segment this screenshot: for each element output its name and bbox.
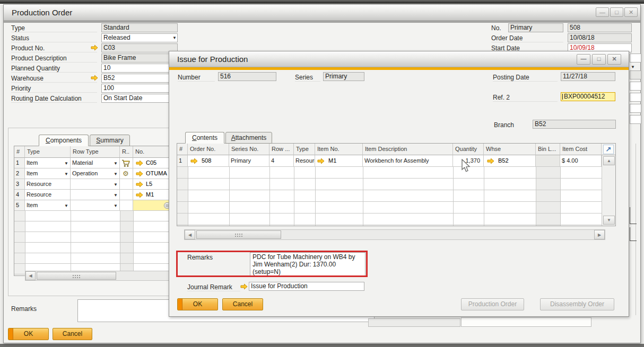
col-header[interactable]: Type [294,144,315,155]
col-header[interactable]: Series No. [229,144,269,155]
po-field-label: Routing Date Calculation [11,95,97,103]
background-window-edge [0,0,644,4]
text-caret [562,94,563,100]
screen: Production Order — □ ✕ Type Standard Sta… [0,0,644,347]
col-header[interactable]: R.. [120,146,133,158]
tab-summary[interactable]: Summary [90,135,130,146]
maximize-icon[interactable]: □ [610,7,623,17]
col-header[interactable]: Quantity [453,144,484,155]
posting-date-label: Posting Date [493,74,558,82]
po-edge-field-stub [630,93,641,102]
link-arrow-icon[interactable] [317,158,325,164]
ref2-value: BXP00004512 [564,93,605,100]
mouse-cursor [460,159,471,174]
row-type-cell[interactable] [71,200,120,211]
ref2-field[interactable]: BXP00004512 [561,92,615,101]
accent-bar [169,67,629,70]
scroll-down-icon[interactable]: ▼ [603,216,615,225]
close-icon[interactable]: ✕ [624,7,638,17]
po-field-label: Status [11,34,97,42]
po-remarks-label: Remarks [11,305,69,313]
expand-icon[interactable]: ↗ [603,145,614,154]
col-header[interactable]: # [177,144,188,155]
issue-for-production-dialog: Issue for Production — □ ✕ Number 516 Se… [169,51,629,317]
dialog-ok-button[interactable]: OK [177,298,218,310]
col-header[interactable]: # [14,146,25,158]
posting-date-field: 11/27/18 [561,72,615,81]
po-field-label: Product No. [11,45,97,52]
link-arrow-icon[interactable] [136,171,143,177]
link-arrow-icon[interactable] [91,45,98,51]
po-ok-button[interactable]: OK [8,328,49,340]
tab-components[interactable]: Components [39,135,89,146]
row-type-cell[interactable]: Material [71,158,120,168]
background-panel-stub [461,317,591,327]
table-empty-rows [177,167,602,226]
journal-remark-field[interactable]: Issue for Production [249,282,364,291]
maximize-icon[interactable]: □ [592,54,606,65]
scroll-left-icon[interactable]: ◀ [25,271,36,280]
col-header[interactable]: Item Description [363,144,453,155]
row-num: 3 [14,179,25,190]
tab-contents[interactable]: Contents [185,132,224,144]
po-planned-qty-field[interactable]: 10 [101,64,178,73]
po-no-label: No. [491,24,506,32]
col-header[interactable]: Item No. [315,144,363,155]
link-arrow-icon[interactable] [91,75,98,81]
row-type-cell[interactable] [71,190,120,200]
dialog-titlebar[interactable]: Issue for Production — □ ✕ [169,51,629,67]
minimize-icon[interactable]: — [596,7,609,17]
remarks-textarea[interactable]: PDC for Tube Machinery on WB4 by Jim Wen… [250,252,365,277]
po-warehouse-field[interactable]: B52 [101,74,178,83]
po-routing-field[interactable]: On Start Date [101,94,178,103]
col-header[interactable]: Row ... [269,144,294,155]
scrollbar-thumb[interactable] [37,272,116,280]
contents-hscrollbar[interactable]: ◀ ▶ [184,229,605,240]
po-product-no-field[interactable]: C03 [101,43,178,52]
link-arrow-icon[interactable] [136,160,143,166]
cart-icon [121,159,130,167]
close-icon[interactable]: ✕ [607,54,621,65]
po-priority-field[interactable]: 100 [101,84,178,93]
chevron-down-icon[interactable]: ▼ [172,35,177,40]
po-edge-field-stub [630,115,641,124]
dialog-cancel-button[interactable]: Cancel [222,298,263,310]
series-field: Primary [323,72,364,81]
col-header[interactable]: Type [25,146,71,158]
row-type-cell[interactable]: Operation [71,168,120,179]
col-header[interactable]: Item Cost [560,144,602,155]
link-arrow-icon[interactable] [487,158,494,164]
row-type-cell[interactable] [71,179,120,190]
col-header[interactable]: Whse [484,144,536,155]
remarks-label: Remarks [187,254,246,262]
po-edge-field-stub [630,54,641,63]
link-arrow-icon[interactable] [240,283,248,290]
type-cell[interactable]: Resource [25,190,71,200]
po-field-label: Type [11,24,97,32]
scroll-right-icon[interactable]: ▶ [594,230,605,239]
link-arrow-icon[interactable] [136,192,143,198]
thumb-grip [234,233,243,237]
type-cell[interactable]: Resource [25,179,71,190]
journal-remark-label: Journal Remark [187,283,240,291]
link-arrow-icon[interactable] [190,158,198,164]
default-button-stripe [178,299,182,310]
scrollbar-thumb[interactable] [196,230,281,239]
col-header[interactable]: Order No. [188,144,229,155]
col-header[interactable]: Row Type [71,146,120,158]
po-titlebar[interactable]: Production Order — □ ✕ [4,5,640,21]
minimize-icon[interactable]: — [577,54,590,65]
po-cancel-button[interactable]: Cancel [53,328,92,340]
po-status-dropdown[interactable]: Released [101,33,178,42]
col-header[interactable]: Bin L... [536,144,560,155]
production-order-button: Production Order [461,298,524,310]
scroll-left-icon[interactable]: ◀ [185,230,195,239]
table-vscrollbar[interactable]: ▲ ▼ [602,155,615,226]
po-edge-stub [630,207,637,224]
link-arrow-icon[interactable] [136,181,143,188]
number-field: 516 [218,72,276,81]
scroll-up-icon[interactable]: ▲ [603,156,615,165]
tab-attachments[interactable]: Attachments [225,132,272,144]
chevron-down-icon[interactable]: ▼ [631,65,635,69]
branch-field: B52 [533,120,616,129]
